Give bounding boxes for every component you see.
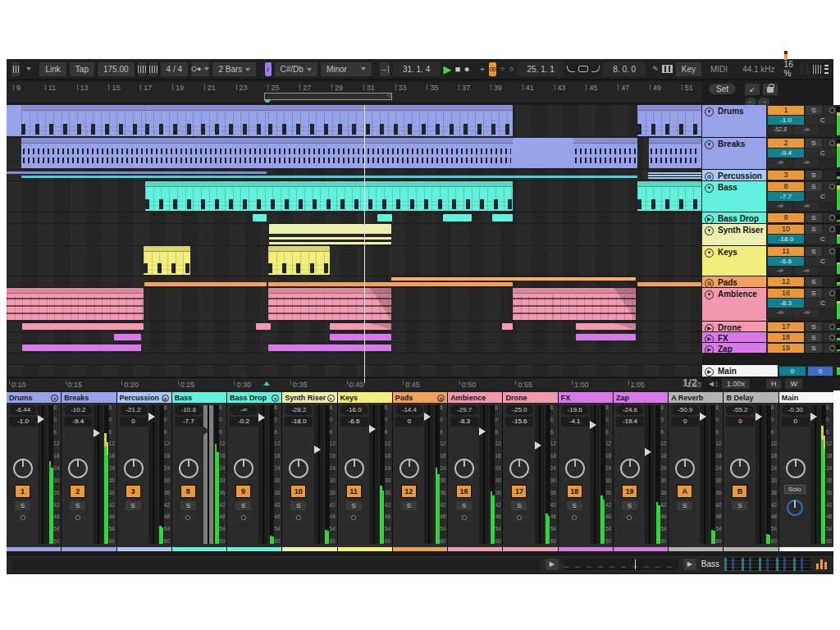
track-number[interactable]: 17 [768,322,804,331]
mixer-strip-drone[interactable]: Drone-25.0-15.617S606121824303642485460 [503,392,557,551]
collapse-icon[interactable]: ▼ [705,184,714,193]
clip[interactable] [492,214,513,221]
fader-handle-icon[interactable] [203,427,210,435]
send-a-field[interactable]: -∞ [768,267,792,275]
peak-level-field[interactable]: -16.0 [340,405,368,415]
track-number[interactable]: A [677,485,692,498]
track-number[interactable]: 2 [70,485,85,498]
peak-level-field[interactable]: -∞ [230,405,258,415]
solo-button[interactable]: S [401,501,417,510]
track-header-zap[interactable]: ▶Zap19S [702,343,840,354]
arm-button[interactable] [567,513,582,522]
mixer-strip-title[interactable]: Drone [503,392,557,403]
pan-knob[interactable] [675,459,695,478]
mixer-strip-keys[interactable]: Keys-16.0-6.611S606121824303642485460 [338,392,392,551]
fader-handle-icon[interactable] [535,441,541,450]
solo-button[interactable]: S [806,289,822,298]
solo-button[interactable]: S [511,501,527,510]
time-signature-field[interactable]: 4 / 4 [161,62,188,76]
peak-level-field[interactable]: -25.0 [505,405,533,415]
track-number[interactable]: 11 [768,247,804,256]
track-lane-drums[interactable] [7,105,702,138]
collapse-icon[interactable]: ▼ [705,290,714,299]
clip[interactable] [144,246,190,275]
track-number[interactable]: 12 [401,485,417,498]
mixer-strip-main[interactable]: Main-0.300Solo606121824303642485460 [779,392,833,551]
clip[interactable] [649,138,701,168]
mixer-strip-synth-riser[interactable]: Synth Riser▼-28.2-18.010S606121824303642… [282,392,336,551]
clip[interactable] [256,323,272,330]
computer-midi-keyboard-icon[interactable] [662,62,673,76]
state-icon[interactable]: ◎ [162,395,169,402]
fader-handle-icon[interactable] [645,448,651,456]
solo-button[interactable]: S [806,333,822,342]
volume-field[interactable]: 0 [782,417,810,427]
track-lane-percussion[interactable] [7,170,702,181]
track-number[interactable]: B [732,485,747,498]
volume-field[interactable]: -8.3 [768,299,804,308]
solo-button[interactable]: S [677,501,692,510]
peak-level-field[interactable]: -10.2 [64,405,92,415]
mixer-strip-breaks[interactable]: Breaks-10.2-9.42S606121824303642485460 [62,392,116,551]
fader-handle-icon[interactable] [700,413,706,421]
pan-knob[interactable] [620,459,640,478]
clip[interactable] [513,288,635,320]
follow-icon[interactable]: →| [380,62,389,76]
send-a-field[interactable]: -∞ [768,308,792,317]
fader-handle-icon[interactable] [756,413,762,421]
solo-button[interactable]: S [180,501,196,510]
volume-fader[interactable] [148,405,158,544]
peak-level-field[interactable]: -14.4 [395,405,423,415]
fader-handle-icon[interactable] [314,445,321,454]
pan-knob[interactable] [565,459,585,478]
capture-midi-icon[interactable]: ⁘ [500,62,506,76]
scale-name-menu[interactable]: Minor [321,62,372,76]
clip[interactable] [145,105,268,136]
arm-button[interactable] [622,513,637,522]
clip[interactable] [268,288,391,320]
mixer-strip-ambience[interactable]: Ambience-29.7-8.316S60612182430364248546… [448,392,502,551]
track-header-fx[interactable]: ▶FX18S [702,332,840,343]
track-number[interactable]: 19 [622,485,637,498]
send-b-field[interactable]: -∞ [794,308,819,317]
send-a-field[interactable]: -52.8 [768,126,792,135]
clip[interactable] [377,214,392,221]
pan-knob[interactable] [345,459,364,478]
volume-field[interactable]: -18.0 [768,235,804,244]
arm-button[interactable] [290,513,306,522]
scale-root-menu[interactable]: C#/Db [275,62,317,76]
window-layout-caret-icon[interactable] [26,67,31,71]
draw-mode-pencil-icon[interactable]: ✎ [652,62,659,76]
track-number[interactable]: 8 [768,182,804,191]
volume-fader[interactable] [424,405,434,544]
track-header-drone[interactable]: ▶Drone17S [702,322,840,332]
track-number[interactable]: 16 [456,485,472,498]
solo-button[interactable]: Solo [784,485,806,494]
record-button[interactable]: ● [464,62,470,76]
track-header-drums[interactable]: ▼Drums1S-1.0C-52.8-∞ [702,105,840,138]
send-b-field[interactable]: -∞ [794,267,819,275]
volume-fader[interactable] [203,405,213,544]
solo-button[interactable]: S [806,139,822,148]
link-button[interactable]: Link [39,62,66,76]
mixer-strip-percussion[interactable]: Percussion◎-21.203S606121824303642485460 [117,392,171,551]
zoom-level-field[interactable]: 1.00x [722,379,750,389]
volume-fader[interactable] [645,405,655,544]
track-lane-keys[interactable] [7,246,702,276]
clip[interactable] [268,345,391,351]
play-button[interactable]: ▶ [444,62,452,76]
volume-fader[interactable] [314,405,324,544]
volume-field[interactable]: -6.6 [340,417,368,427]
track-number[interactable]: 2 [768,139,804,148]
set-button[interactable]: Set [709,84,736,94]
clip[interactable] [637,105,701,136]
pan-field[interactable]: C [806,299,840,308]
clip[interactable] [648,171,701,179]
peak-level-field[interactable]: -19.6 [561,405,589,415]
peak-level-field[interactable]: -6.44 [9,405,37,415]
preview-speaker-icon[interactable]: ◄⦂ [707,379,718,389]
mixer-strip-title[interactable]: Percussion◎ [117,392,171,403]
collapse-icon[interactable]: ▼ [705,226,714,235]
clip[interactable] [391,277,636,281]
volume-field[interactable]: -19.4 [616,417,644,427]
